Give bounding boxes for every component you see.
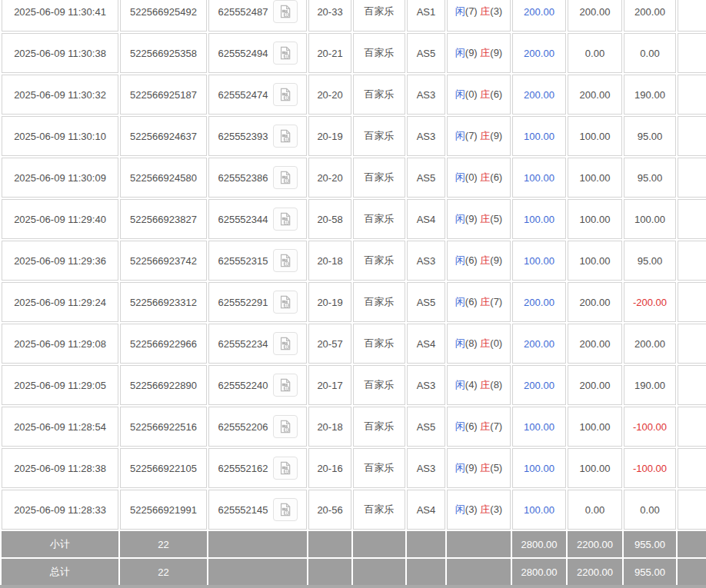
video-file-icon <box>278 253 293 268</box>
banker-points: (8) <box>490 379 502 390</box>
video-file-icon <box>278 45 293 61</box>
round-number: 625552494 <box>218 48 268 59</box>
video-replay-button[interactable] <box>273 83 298 106</box>
video-replay-button[interactable] <box>273 208 298 231</box>
bet-time-cell: 2025-06-09 11:30:09 <box>2 158 118 198</box>
bet-id-cell: 522566925358 <box>120 33 207 73</box>
footer-empty-cell <box>308 559 351 585</box>
game-name-cell: 百家乐 <box>353 241 405 281</box>
round-number: 625552315 <box>218 255 268 267</box>
seat-cell: AS3 <box>407 365 445 405</box>
table-round-cell: 20-33 <box>308 0 351 32</box>
game-round-cell: 625552393 <box>208 116 307 156</box>
winloss-cell: -100.00 <box>624 448 676 488</box>
video-file-icon <box>278 4 293 19</box>
game-name-cell: 百家乐 <box>353 407 405 447</box>
winloss-cell: -200.00 <box>624 282 676 322</box>
bet-time-cell: 2025-06-09 11:28:54 <box>2 407 118 447</box>
result-cell: 闲(7) 庄(3) <box>447 0 511 32</box>
empty-cell <box>678 199 706 239</box>
banker-label: 庄 <box>480 296 490 307</box>
video-replay-button[interactable] <box>273 457 298 480</box>
video-replay-button[interactable] <box>273 291 298 314</box>
bet-amount-cell: 200.00 <box>512 0 566 32</box>
video-replay-button[interactable] <box>273 0 298 23</box>
game-round-cell: 625552291 <box>208 282 307 322</box>
total-row: 总计 22 2800.00 2200.00 955.00 <box>2 559 706 585</box>
bet-id-cell: 522566924637 <box>120 116 207 156</box>
seat-cell: AS3 <box>407 75 445 115</box>
video-replay-button[interactable] <box>273 42 298 65</box>
bet-amount-cell: 200.00 <box>512 282 566 322</box>
result-cell: 闲(9) 庄(5) <box>447 199 511 239</box>
banker-label: 庄 <box>480 88 490 100</box>
total-count: 22 <box>120 559 207 585</box>
valid-amount-cell: 100.00 <box>568 448 622 488</box>
video-replay-button[interactable] <box>273 166 298 189</box>
banker-points: (5) <box>490 462 502 473</box>
video-replay-button[interactable] <box>273 332 298 355</box>
horizontal-scrollbar[interactable] <box>0 585 706 588</box>
round-number: 625552234 <box>218 338 268 350</box>
bet-id-cell: 522566922516 <box>120 407 207 447</box>
result-cell: 闲(0) 庄(6) <box>447 158 511 198</box>
valid-amount-cell: 200.00 <box>568 365 622 405</box>
bet-id-cell: 522566922966 <box>120 324 207 364</box>
winloss-cell: 200.00 <box>624 0 676 32</box>
video-replay-button[interactable] <box>273 249 298 272</box>
result-cell: 闲(0) 庄(6) <box>447 75 511 115</box>
player-points: (9) <box>465 47 478 58</box>
winloss-cell: 0.00 <box>624 33 676 73</box>
valid-amount-cell: 100.00 <box>568 241 622 281</box>
video-replay-button[interactable] <box>273 374 298 397</box>
video-file-icon <box>278 128 293 144</box>
banker-label: 庄 <box>480 47 490 58</box>
bet-amount-cell: 100.00 <box>512 116 566 156</box>
bet-id-cell: 522566923312 <box>120 282 207 322</box>
game-name-cell: 百家乐 <box>353 324 405 364</box>
table-row: 2025-06-09 11:28:54 522566922516 6255522… <box>2 407 706 447</box>
footer-empty-cell <box>208 559 307 585</box>
result-cell: 闲(3) 庄(3) <box>447 490 511 530</box>
result-cell: 闲(6) 庄(7) <box>447 407 511 447</box>
banker-label: 庄 <box>480 171 490 183</box>
winloss-cell: 95.00 <box>624 241 676 281</box>
table-row: 2025-06-09 11:30:09 522566924580 6255523… <box>2 158 706 198</box>
banker-points: (3) <box>490 503 502 515</box>
bet-time-cell: 2025-06-09 11:28:33 <box>2 490 118 530</box>
banker-label: 庄 <box>480 379 490 390</box>
empty-cell <box>678 33 706 73</box>
game-round-cell: 625552487 <box>208 0 307 32</box>
subtotal-label: 小计 <box>2 531 118 557</box>
game-name-cell: 百家乐 <box>353 448 405 488</box>
total-bet: 2800.00 <box>512 559 566 585</box>
table-footer: 小计 22 2800.00 2200.00 955.00 总计 22 <box>2 531 706 585</box>
game-round-cell: 625552344 <box>208 199 307 239</box>
video-replay-button[interactable] <box>273 125 298 148</box>
player-label: 闲 <box>455 503 465 515</box>
round-number: 625552487 <box>218 6 268 18</box>
player-label: 闲 <box>455 171 465 183</box>
game-name-cell: 百家乐 <box>353 282 405 322</box>
winloss-cell: -100.00 <box>624 407 676 447</box>
video-file-icon <box>278 294 293 310</box>
table-row: 2025-06-09 11:30:32 522566925187 6255524… <box>2 75 706 115</box>
player-points: (7) <box>465 130 478 141</box>
footer-empty-cell <box>208 531 307 557</box>
winloss-cell: 95.00 <box>624 158 676 198</box>
video-replay-button[interactable] <box>273 415 298 438</box>
footer-empty-cell <box>447 559 511 585</box>
game-round-cell: 625552494 <box>208 33 307 73</box>
table-round-cell: 20-19 <box>308 282 351 322</box>
bet-amount-cell: 100.00 <box>512 241 566 281</box>
table-row: 2025-06-09 11:29:08 522566922966 6255522… <box>2 324 706 364</box>
round-number: 625552474 <box>218 89 268 101</box>
video-replay-button[interactable] <box>273 498 298 521</box>
valid-amount-cell: 0.00 <box>568 33 622 73</box>
seat-cell: AS3 <box>407 241 445 281</box>
banker-points: (9) <box>490 130 502 141</box>
banker-label: 庄 <box>480 130 490 141</box>
banker-points: (9) <box>490 254 502 266</box>
total-label: 总计 <box>2 559 118 585</box>
empty-cell <box>678 116 706 156</box>
